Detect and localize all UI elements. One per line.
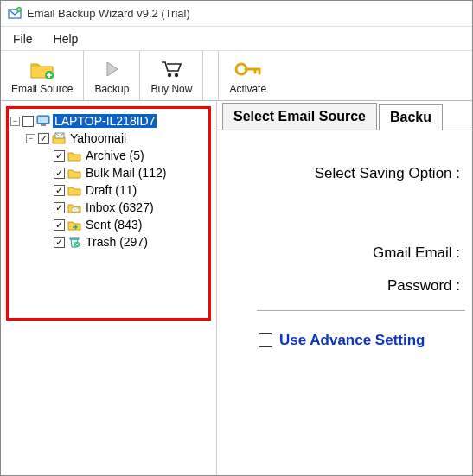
checkbox[interactable] <box>54 168 65 179</box>
email-source-button[interactable]: Email Source <box>1 51 84 100</box>
tree-spacer <box>42 168 51 178</box>
tree-folder-inbox[interactable]: Inbox (6327) <box>42 199 207 216</box>
toolbar-gap <box>203 51 219 100</box>
right-pane: Select Email Source Backu Select Saving … <box>217 101 472 475</box>
mailbox-icon <box>52 131 66 145</box>
tree-folder-draft[interactable]: Draft (11) <box>42 181 207 199</box>
tree-folder-trash[interactable]: Trash (297) <box>42 233 207 251</box>
folder-label: Draft (11) <box>84 183 138 197</box>
backup-button[interactable]: Backup <box>84 51 140 100</box>
tree-account-label: Yahoomail <box>68 131 128 145</box>
checkbox[interactable] <box>259 333 272 347</box>
tree-spacer <box>42 151 51 161</box>
cart-icon <box>160 57 182 81</box>
separator <box>257 310 465 311</box>
tab-label: Backu <box>390 110 431 124</box>
folder-tree-pane: − LAPTOP-IL218ID7 − Yahoomail <box>1 101 217 475</box>
buy-now-label: Buy Now <box>150 83 192 95</box>
checkbox[interactable] <box>54 185 65 196</box>
folder-label: Trash (297) <box>84 235 150 249</box>
svg-point-4 <box>175 73 178 76</box>
tree-folder-bulk[interactable]: Bulk Mail (112) <box>42 164 207 181</box>
toolbar: Email Source Backup Buy Now Activate <box>1 51 472 101</box>
tab-label: Select Email Source <box>233 109 366 124</box>
backup-panel: Select Saving Option : Gmail Email : Pas… <box>217 130 472 356</box>
checkbox[interactable] <box>54 202 65 213</box>
saving-option-label: Select Saving Option : <box>315 165 460 182</box>
sent-icon <box>67 218 81 232</box>
buy-now-button[interactable]: Buy Now <box>140 51 203 100</box>
checkbox[interactable] <box>38 133 49 144</box>
tree-folder-archive[interactable]: Archive (5) <box>42 147 207 164</box>
inbox-icon <box>67 200 81 214</box>
password-label: Password : <box>387 277 460 295</box>
key-icon <box>233 57 263 81</box>
play-icon <box>102 57 121 81</box>
tab-select-email-source[interactable]: Select Email Source <box>222 103 377 130</box>
folder-icon <box>67 183 81 197</box>
checkbox[interactable] <box>54 150 65 162</box>
svg-point-3 <box>168 73 171 76</box>
activate-button[interactable]: Activate <box>219 51 277 100</box>
menu-file[interactable]: File <box>13 32 33 46</box>
tree-root-label: LAPTOP-IL218ID7 <box>53 114 157 128</box>
folder-plus-icon <box>29 57 55 81</box>
backup-label: Backup <box>94 83 129 95</box>
checkbox[interactable] <box>22 116 34 127</box>
advance-settings-label: Use Advance Setting <box>279 332 425 349</box>
checkbox[interactable] <box>54 237 65 248</box>
folder-label: Bulk Mail (112) <box>84 166 168 180</box>
tree-folder-sent[interactable]: Sent (843) <box>42 216 207 233</box>
tree-spacer <box>42 238 51 247</box>
advance-settings-row[interactable]: Use Advance Setting <box>259 332 465 349</box>
menubar: File Help <box>1 27 472 51</box>
content-area: − LAPTOP-IL218ID7 − Yahoomail <box>1 101 472 475</box>
window-title: Email Backup Wizard v9.2 (Trial) <box>27 7 190 20</box>
tree-spacer <box>42 186 51 195</box>
svg-rect-7 <box>38 117 48 123</box>
folder-icon <box>67 166 81 180</box>
svg-rect-11 <box>70 238 79 239</box>
svg-rect-8 <box>41 124 46 126</box>
folder-tree: − LAPTOP-IL218ID7 − Yahoomail <box>6 106 211 321</box>
menu-help[interactable]: Help <box>54 32 79 46</box>
tree-spacer <box>42 220 51 230</box>
expander-icon[interactable]: − <box>10 117 20 126</box>
expander-icon[interactable]: − <box>26 134 35 143</box>
tab-backup[interactable]: Backu <box>379 104 443 130</box>
trash-icon <box>67 235 81 249</box>
gmail-email-label: Gmail Email : <box>373 244 460 262</box>
checkbox[interactable] <box>54 219 65 231</box>
activate-label: Activate <box>229 83 266 95</box>
folder-label: Sent (843) <box>84 218 144 232</box>
tree-account-row[interactable]: − Yahoomail <box>26 130 207 147</box>
tree-spacer <box>42 203 51 213</box>
tab-bar: Select Email Source Backu <box>217 101 472 130</box>
folder-label: Inbox (6327) <box>84 200 156 214</box>
email-source-label: Email Source <box>11 83 73 95</box>
folder-label: Archive (5) <box>84 149 146 162</box>
titlebar: Email Backup Wizard v9.2 (Trial) <box>1 1 472 27</box>
folder-icon <box>67 149 81 162</box>
tree-root-row[interactable]: − LAPTOP-IL218ID7 <box>10 112 207 130</box>
app-icon <box>8 7 22 21</box>
computer-icon <box>36 114 50 128</box>
